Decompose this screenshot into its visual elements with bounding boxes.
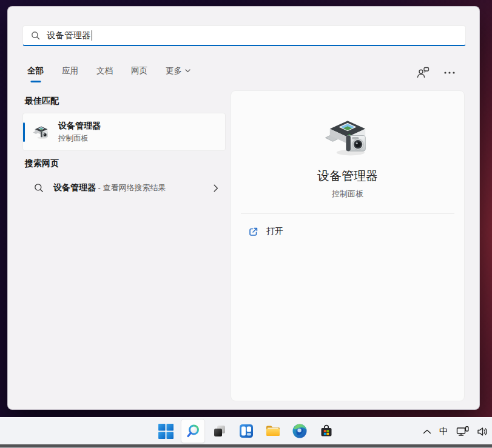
microsoft-store-button[interactable] [314,419,339,443]
selection-accent-bar [23,122,25,142]
web-search-text: 设备管理器 - 查看网络搜索结果 [53,182,166,193]
device-manager-icon [33,124,50,141]
open-action-button[interactable]: 打开 [248,226,464,237]
search-icon [185,423,201,439]
tab-documents[interactable]: 文档 [96,65,113,76]
preview-title: 设备管理器 [231,168,464,184]
tab-apps[interactable]: 应用 [62,65,78,76]
desktop: { "window": { "search_box": { "value": "… [0,0,492,448]
widgets-icon [239,424,254,438]
search-input[interactable]: 设备管理器 [22,25,466,46]
search-flyout-window: 设备管理器 全部 应用 文档 网页 更多 [7,6,480,410]
search-icon [34,183,44,193]
device-manager-icon [231,113,464,163]
windows-start-icon [158,424,174,439]
taskbar-center-buttons [154,419,339,443]
edge-icon [292,423,308,439]
tab-more[interactable]: 更多 [166,65,190,76]
web-search-hint: - 查看网络搜索结果 [96,183,166,192]
preview-pane: 设备管理器 控制面板 打开 [231,90,465,401]
ime-indicator[interactable]: 中 [439,426,448,437]
tab-all[interactable]: 全部 [27,65,44,76]
open-external-icon [248,227,258,237]
microsoft-store-icon [319,424,334,438]
task-view-icon [212,424,227,438]
result-title: 设备管理器 [58,121,101,132]
search-taskbar-button[interactable] [181,419,205,443]
open-label: 打开 [266,226,283,237]
web-search-result-row[interactable]: 设备管理器 - 查看网络搜索结果 [22,175,226,201]
search-filter-tabs: 全部 应用 文档 网页 更多 [27,65,190,76]
preview-divider [241,213,454,214]
search-icon [31,31,40,40]
preview-subtitle: 控制面板 [231,189,464,199]
feedback-person-chat-icon[interactable] [417,67,430,78]
network-icon[interactable] [456,426,469,436]
chevron-right-icon[interactable] [214,184,218,192]
result-subtitle: 控制面板 [58,133,101,144]
chevron-down-icon [185,69,190,73]
ellipsis-icon[interactable] [444,72,455,74]
edge-button[interactable] [288,419,312,443]
selected-tab-indicator [30,81,41,82]
chevron-up-icon[interactable] [423,429,431,434]
web-search-section-label: 搜索网页 [25,158,59,169]
volume-icon[interactable] [477,427,488,436]
system-tray: 中 [423,418,488,445]
text-caret [92,30,93,41]
best-match-section-label: 最佳匹配 [25,96,59,107]
widgets-button[interactable] [234,419,258,443]
search-header-actions [417,67,455,78]
best-match-result-device-manager[interactable]: 设备管理器 控制面板 [22,113,226,151]
tab-web[interactable]: 网页 [131,65,147,76]
taskbar: 中 [0,417,492,444]
task-view-button[interactable] [207,419,232,443]
search-query-text: 设备管理器 [47,30,91,41]
file-explorer-button[interactable] [261,419,285,443]
start-button[interactable] [154,419,178,443]
file-explorer-icon [265,423,281,439]
